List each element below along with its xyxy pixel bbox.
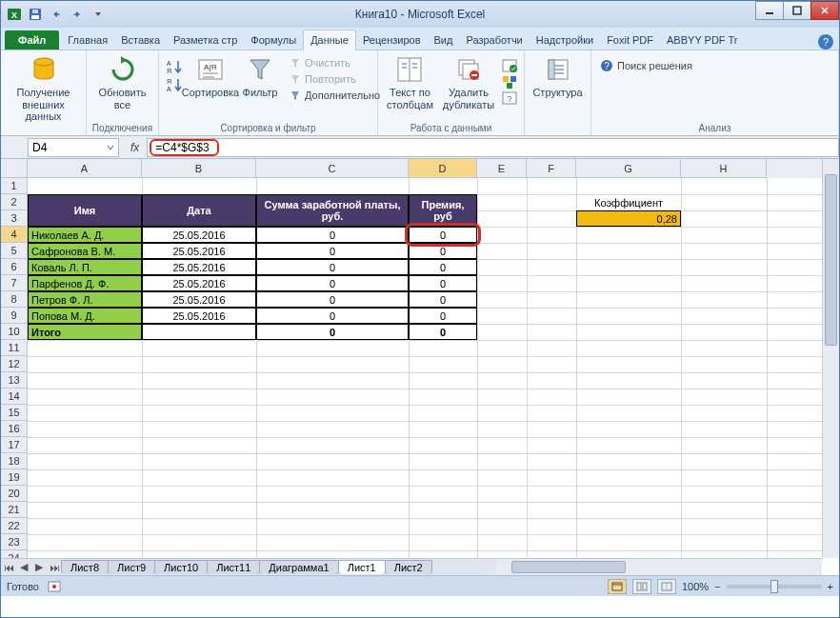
cell[interactable]: Коэффициент	[576, 194, 681, 210]
row-header[interactable]: 22	[1, 518, 28, 534]
remove-duplicates-button[interactable]: Удалить дубликаты	[440, 52, 497, 112]
row-header[interactable]: 5	[1, 243, 28, 259]
row-header[interactable]: 6	[1, 259, 28, 275]
undo-icon[interactable]	[47, 5, 66, 24]
table-header-cell[interactable]: Дата	[142, 194, 256, 227]
solver-button[interactable]: ? Поиск решения	[597, 52, 832, 74]
text-to-columns-button[interactable]: Текст по столбцам	[384, 52, 436, 112]
cell[interactable]: 0	[256, 227, 409, 243]
row-header[interactable]: 14	[1, 389, 28, 405]
sheet-tab[interactable]: Лист10	[154, 560, 208, 574]
row-header[interactable]: 3	[1, 210, 28, 227]
tab-data[interactable]: Данные	[303, 30, 356, 50]
zoom-thumb[interactable]	[770, 580, 778, 593]
row-header[interactable]: 15	[1, 405, 28, 421]
column-header[interactable]: G	[576, 159, 681, 178]
refresh-all-button[interactable]: Обновить все	[92, 52, 152, 112]
sheet-tab[interactable]: Лист1	[338, 560, 386, 574]
row-header[interactable]: 4	[1, 227, 28, 243]
minimize-button[interactable]	[755, 1, 784, 20]
file-tab[interactable]: Файл	[5, 30, 59, 50]
tab-abbyy[interactable]: ABBYY PDF Tr	[660, 30, 744, 50]
outline-button[interactable]: Структура	[530, 52, 585, 101]
column-header[interactable]: H	[681, 159, 767, 178]
cell[interactable]: Николаев А. Д.	[28, 227, 142, 243]
cell[interactable]	[142, 324, 256, 340]
sheet-nav-last[interactable]: ⏭	[47, 560, 62, 575]
row-header[interactable]: 9	[1, 308, 28, 324]
row-header[interactable]: 17	[1, 437, 28, 453]
sheet-tab[interactable]: Лист2	[385, 560, 432, 574]
row-header[interactable]: 19	[1, 469, 28, 486]
row-header[interactable]: 1	[1, 178, 28, 194]
cell[interactable]: 25.05.2016	[142, 275, 256, 291]
sort-az-button[interactable]: АЯ	[165, 58, 184, 75]
row-header[interactable]: 20	[1, 486, 28, 502]
column-header[interactable]: A	[28, 159, 142, 178]
row-header[interactable]: 23	[1, 534, 28, 550]
cell[interactable]: 25.05.2016	[142, 308, 256, 324]
close-button[interactable]	[810, 1, 839, 20]
tab-home[interactable]: Главная	[61, 30, 114, 50]
table-header-cell[interactable]: Имя	[28, 194, 142, 227]
column-header[interactable]: D	[409, 159, 477, 178]
vertical-scrollbar[interactable]	[822, 159, 839, 558]
cell[interactable]: Парфенов Д. Ф.	[28, 275, 142, 291]
row-header[interactable]: 16	[1, 421, 28, 437]
cell[interactable]: 0	[409, 243, 477, 259]
cell[interactable]: 25.05.2016	[142, 227, 256, 243]
row-header[interactable]: 18	[1, 453, 28, 469]
cell[interactable]: 25.05.2016	[142, 259, 256, 275]
row-header[interactable]: 2	[1, 194, 28, 210]
tab-view[interactable]: Вид	[428, 30, 460, 50]
scroll-thumb[interactable]	[511, 561, 626, 573]
maximize-button[interactable]	[783, 1, 811, 20]
cell[interactable]: 0	[256, 291, 409, 308]
sheet-tab[interactable]: Лист8	[61, 560, 109, 574]
consolidate-button[interactable]	[501, 74, 518, 90]
sheet-nav-next[interactable]: ▶	[31, 560, 47, 575]
sort-button[interactable]: А|Я Сортировка	[188, 52, 233, 101]
page-break-view-button[interactable]	[657, 579, 676, 594]
cell[interactable]: 0	[409, 324, 477, 340]
column-header[interactable]: F	[527, 159, 576, 178]
row-header[interactable]: 10	[1, 324, 28, 340]
macro-record-icon[interactable]	[47, 580, 62, 593]
row-header[interactable]: 13	[1, 372, 28, 389]
row-header[interactable]: 12	[1, 356, 28, 372]
cell[interactable]: 0	[409, 308, 477, 324]
cell[interactable]: 25.05.2016	[142, 243, 256, 259]
formula-input[interactable]: =C4*$G$3	[147, 138, 839, 157]
cell[interactable]: 0	[409, 291, 477, 308]
column-header[interactable]: B	[142, 159, 256, 178]
cells-area[interactable]: ИмяДатаСумма заработной платы, руб.Преми…	[28, 178, 822, 558]
sheet-nav-first[interactable]: ⏮	[1, 560, 16, 575]
advanced-filter-button[interactable]: Дополнительно	[287, 88, 382, 103]
row-header[interactable]: 21	[1, 502, 28, 518]
data-validation-button[interactable]	[501, 58, 518, 73]
reapply-filter-button[interactable]: Повторить	[287, 71, 382, 87]
cell[interactable]: Коваль Л. П.	[28, 259, 142, 275]
whatif-button[interactable]: ?	[501, 90, 518, 106]
cell[interactable]: Попова М. Д.	[28, 308, 142, 324]
column-header[interactable]: C	[256, 159, 409, 178]
select-all-corner[interactable]	[1, 159, 28, 178]
clear-filter-button[interactable]: Очистить	[287, 55, 382, 70]
fx-icon[interactable]: fx	[123, 141, 147, 154]
help-icon[interactable]: ?	[818, 34, 833, 50]
tab-insert[interactable]: Вставка	[114, 30, 167, 50]
excel-icon[interactable]: X	[5, 5, 24, 24]
table-header-cell[interactable]: Сумма заработной платы, руб.	[256, 194, 409, 227]
cell[interactable]: Сафронова В. М.	[28, 243, 142, 259]
cell[interactable]: 0	[256, 308, 409, 324]
row-header[interactable]: 8	[1, 291, 28, 308]
tab-developer[interactable]: Разработчи	[459, 30, 529, 50]
cell[interactable]: 0	[409, 259, 477, 275]
sheet-tab[interactable]: Лист11	[207, 560, 260, 574]
tab-layout[interactable]: Разметка стр	[167, 30, 244, 50]
cell[interactable]: 0	[409, 275, 477, 291]
cell[interactable]: 0	[409, 227, 477, 243]
column-header[interactable]: E	[477, 159, 527, 178]
zoom-in-button[interactable]: +	[828, 581, 833, 592]
cell[interactable]: 0	[256, 243, 409, 259]
